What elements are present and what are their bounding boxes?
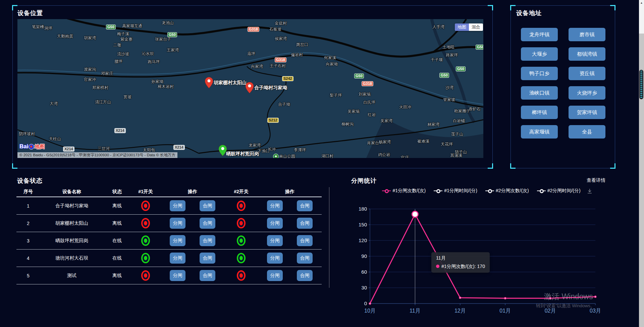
device-name: 测试 (40, 273, 104, 279)
close-button[interactable]: 合闸 (200, 270, 215, 281)
town-button[interactable]: 龙舟坪镇 (521, 28, 558, 41)
corner-bracket (12, 163, 17, 169)
svg-text:30: 30 (361, 285, 367, 290)
road-shield-badge: G50 (476, 45, 483, 50)
row-index: 5 (16, 273, 40, 278)
close-button[interactable]: 合闸 (297, 253, 313, 264)
map-type-hybrid-button[interactable]: 混合 (469, 23, 483, 31)
trip-button[interactable]: 分闸 (170, 253, 185, 264)
legend-item[interactable]: #1分闸时间/(分) (434, 188, 477, 194)
map-road-g318 (17, 55, 483, 107)
tooltip-month: 11月 (436, 255, 485, 261)
device-name: 晒鼓坪村荒田岗 (40, 238, 104, 244)
map-type-toggle[interactable]: 地图混合 (455, 23, 483, 31)
tooltip-series-dot (436, 265, 439, 268)
scroll-up-arrow-icon[interactable]: ▲ (639, 1, 644, 4)
town-button[interactable]: 高家堰镇 (521, 125, 558, 139)
baidu-logo-text: Bai (19, 143, 28, 150)
table-row: 4塘坊河村大石坝在线分闸合闸分闸合闸 (16, 250, 322, 267)
table-row: 3晒鼓坪村荒田岗在线分闸合闸分闸合闸 (16, 232, 322, 250)
town-button[interactable]: 磨市镇 (569, 28, 605, 41)
switch2-indicator (237, 218, 246, 228)
map-river-line (17, 53, 483, 104)
switch1-indicator (141, 253, 150, 263)
device-name: 合子坳村习家坳 (40, 203, 104, 209)
address-buttons: 龙舟坪镇磨市镇大堰乡都镇湾镇鸭子口乡资丘镇渔峡口镇火烧坪乡榔坪镇贺家坪镇高家堰镇… (511, 28, 615, 139)
town-button[interactable]: 贺家坪镇 (569, 106, 605, 119)
device-status: 在线 (104, 238, 130, 244)
close-button[interactable]: 合闸 (297, 270, 313, 281)
map-copyright: © 2021 Baidu - GS(2019)5218号 - 甲测资字11009… (17, 152, 177, 158)
legend-item[interactable]: #2分闸时间/(分) (537, 188, 581, 194)
town-button[interactable]: 都镇湾镇 (569, 47, 605, 61)
legend-item[interactable]: #1分闸次数/(次) (382, 188, 426, 194)
close-button[interactable]: 合闸 (297, 218, 313, 229)
close-button[interactable]: 合闸 (200, 235, 215, 246)
trip-button[interactable]: 分闸 (170, 235, 185, 246)
map-pin-label: 胡家棚村太阳山 (214, 80, 247, 86)
switch2-indicator (237, 270, 246, 281)
town-button[interactable]: 火烧坪乡 (569, 86, 605, 100)
column-header: #2开关 (224, 189, 258, 195)
svg-text:10月: 10月 (364, 308, 376, 314)
svg-text:0: 0 (364, 301, 367, 306)
town-button[interactable]: 大堰乡 (521, 47, 558, 61)
road-shield-badge: X214 (63, 147, 74, 152)
legend-marker-icon (382, 190, 391, 191)
road-shield-badge: G50 (167, 32, 177, 37)
close-button[interactable]: 合闸 (200, 218, 215, 229)
road-shield-badge: G50 (456, 66, 466, 71)
map-pin-label: 晒鼓坪村荒田岗 (226, 151, 259, 157)
close-button[interactable]: 合闸 (297, 200, 313, 211)
town-button[interactable]: 鸭子口乡 (521, 67, 558, 80)
town-button[interactable]: 渔峡口镇 (521, 86, 558, 100)
svg-text:150: 150 (359, 222, 367, 227)
close-button[interactable]: 合闸 (200, 253, 215, 264)
switch2-indicator (237, 235, 246, 246)
corner-bracket (488, 5, 493, 10)
road-shield-badge: G50 (439, 73, 449, 78)
device-name: 塘坊河村大石坝 (40, 255, 104, 261)
map-road-s242 (247, 66, 286, 150)
close-button[interactable]: 合闸 (200, 200, 215, 211)
map-type-map-button[interactable]: 地图 (455, 23, 469, 31)
road-shield-badge: G50 (354, 73, 364, 78)
svg-text:01月: 01月 (499, 308, 511, 314)
svg-text:90: 90 (361, 253, 367, 259)
view-details-link[interactable]: 查看详情 (587, 177, 605, 183)
svg-text:120: 120 (359, 237, 367, 243)
row-index: 3 (16, 238, 40, 243)
svg-text:11月: 11月 (410, 308, 421, 314)
corner-bracket (610, 163, 615, 169)
town-button[interactable]: 全县 (569, 125, 605, 139)
tooltip-value-text: #1分闸次数/(次): 170 (441, 264, 485, 269)
legend-item[interactable]: #2分闸次数/(次) (485, 188, 529, 194)
windows-activation-watermark: 激活 Windows (544, 291, 593, 302)
trip-button[interactable]: 分闸 (267, 235, 283, 246)
map-road-g50 (64, 19, 483, 57)
road-shield-badge: X214 (173, 145, 185, 150)
trip-button[interactable]: 分闸 (267, 270, 283, 281)
page-scrollbar[interactable]: ▲ (639, 0, 644, 327)
switch2-indicator (237, 253, 246, 263)
svg-text:60: 60 (361, 269, 367, 275)
corner-bracket (12, 5, 17, 10)
switch1-indicator (141, 235, 150, 246)
column-header: 设备名称 (40, 189, 104, 195)
town-button[interactable]: 资丘镇 (569, 67, 605, 80)
close-button[interactable]: 合闸 (297, 235, 313, 246)
road-shield-badge: S242 (282, 76, 293, 81)
trip-button[interactable]: 分闸 (267, 218, 283, 229)
town-button[interactable]: 榔坪镇 (521, 106, 558, 119)
row-index: 1 (16, 203, 40, 209)
scrollbar-thumb[interactable] (639, 70, 643, 99)
trip-button[interactable]: 分闸 (267, 200, 283, 211)
windows-activation-hint: 转到“设置”以激活 Windows。 (536, 303, 595, 309)
baidu-map[interactable]: 笔架槽洞坪天鹅抱蛋胡家湾梅子溪紫金寨二墩流沙坡沁水坝张家台子王家湾腰坪跑马坪渡家… (17, 19, 483, 158)
trip-button[interactable]: 分闸 (170, 270, 185, 281)
table-row: 1合子坳村习家坳离线分闸合闸分闸合闸 (16, 197, 322, 215)
trip-button[interactable]: 分闸 (170, 200, 185, 211)
trip-button[interactable]: 分闸 (170, 218, 185, 229)
switch1-indicator (141, 218, 150, 228)
trip-button[interactable]: 分闸 (267, 253, 283, 264)
